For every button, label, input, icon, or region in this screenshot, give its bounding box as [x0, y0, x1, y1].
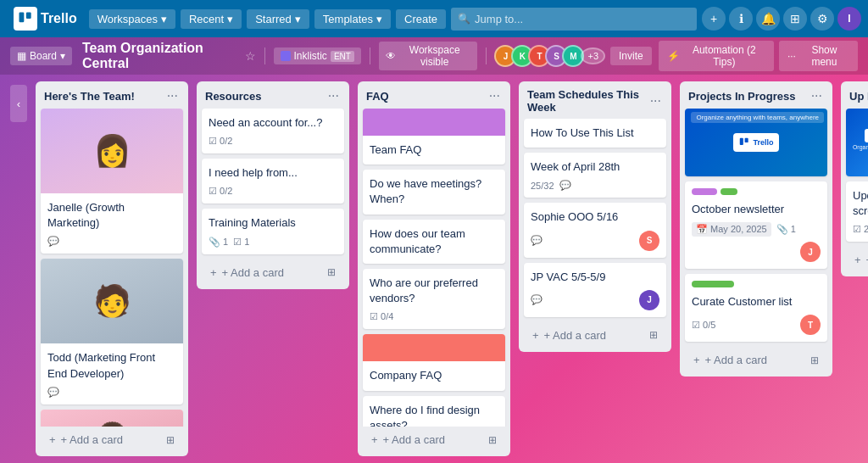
user-avatar[interactable]: I	[837, 7, 861, 31]
avatar-sophie: S	[639, 231, 659, 251]
info-button[interactable]: ℹ	[729, 7, 753, 31]
card-how-to-use[interactable]: How To Use This List	[524, 119, 666, 148]
list-team: Here's The Team! ··· 👩 Janelle (Growth M…	[36, 81, 188, 456]
card-title-how-to-use: How To Use This List	[531, 126, 659, 141]
notifications-button[interactable]: 🔔	[756, 7, 780, 31]
svg-rect-0	[19, 13, 25, 23]
automation-button[interactable]: ⚡ Automation (2 Tips)	[659, 41, 774, 71]
card-color-header-company-faq	[363, 334, 505, 361]
add-card-icons-schedules: ⊞	[649, 329, 658, 341]
list-header-in-progress: Projects In Progress ···	[680, 81, 832, 109]
add-card-resources[interactable]: + + Add a card ⊞	[202, 261, 344, 284]
add-card-up-next[interactable]: + + Add a card ⊞	[846, 248, 868, 271]
avatar-jp: J	[639, 290, 659, 310]
card-help[interactable]: I need help from... ☑ 0/2	[202, 159, 344, 204]
card-jp-vac[interactable]: JP VAC 5/5-5/9 💬 J	[524, 263, 666, 317]
card-design[interactable]: Where do I find design assets?	[363, 396, 505, 427]
card-color-header-team-faq	[363, 109, 505, 136]
card-title-account: Need an account for...?	[209, 115, 337, 131]
member-count[interactable]: +3	[581, 47, 605, 64]
card-october-newsletter[interactable]: October newsletter 📅 May 20, 2025 📎 1 J	[685, 181, 827, 269]
board-header-left: ▦ Board ▾ Team Organization Central ☆ In…	[10, 41, 652, 71]
trello-logo[interactable]: Trello	[7, 7, 84, 31]
settings-button[interactable]: ⚙	[810, 7, 834, 31]
collapse-sidebar-button[interactable]: ‹	[10, 85, 27, 122]
svg-rect-3	[745, 138, 748, 142]
create-button[interactable]: Create	[396, 9, 446, 29]
list-menu-team[interactable]: ···	[165, 88, 180, 103]
star-button[interactable]: ☆	[245, 49, 256, 63]
add-card-team[interactable]: + + Add a card ⊞	[41, 428, 183, 451]
card-janelle[interactable]: 👩 Janelle (Growth Marketing) 💬	[41, 109, 183, 254]
card-footer-help: ☑ 0/2	[209, 186, 337, 197]
add-card-icons-team: ⊞	[166, 434, 175, 446]
add-card-in-progress[interactable]: + + Add a card ⊞	[685, 349, 827, 371]
visibility-button[interactable]: 👁 Workspace visible	[379, 42, 477, 70]
apps-button[interactable]: ⊞	[783, 7, 807, 31]
card-trello-promo2[interactable]: Trello Organize anything with teams Go f…	[846, 109, 868, 176]
person-image-todd: 🧑	[41, 259, 183, 343]
add-card-faq[interactable]: + + Add a card ⊞	[363, 428, 505, 451]
card-sophie-ooo[interactable]: Sophie OOO 5/16 💬 S	[524, 203, 666, 257]
add-card-schedules[interactable]: + + Add a card ⊞	[524, 324, 666, 347]
list-menu-faq[interactable]: ···	[487, 88, 502, 103]
attachment-badge-training: 📎 1	[209, 237, 228, 248]
card-todd[interactable]: 🧑 Todd (Marketing Front End Developer) 💬	[41, 259, 183, 404]
templates-button[interactable]: Templates ▾	[314, 9, 391, 29]
plus-button[interactable]: +	[702, 7, 726, 31]
trello-image-up-next: Trello Organize anything with teams Go f…	[846, 109, 868, 176]
card-footer-vendors: ☑ 0/4	[370, 311, 498, 322]
card-training[interactable]: Training Materials 📎 1 ☑ 1	[202, 209, 344, 254]
board-title: Team Organization Central	[77, 41, 240, 71]
label-green-curate	[692, 281, 734, 287]
recent-button[interactable]: Recent ▾	[181, 9, 242, 29]
list-menu-schedules[interactable]: ···	[648, 93, 663, 109]
comment-badge-janelle: 💬	[47, 236, 59, 247]
board-view-button[interactable]: ▦ Board ▾	[10, 47, 72, 65]
card-footer-account: ☑ 0/2	[209, 136, 337, 147]
nav-right: + ℹ 🔔 ⊞ ⚙ I	[702, 7, 861, 31]
card-team-faq[interactable]: Team FAQ	[363, 109, 505, 165]
list-menu-in-progress[interactable]: ···	[810, 88, 824, 103]
list-resources: Resources ··· Need an account for...? ☑ …	[197, 81, 349, 289]
card-meetings[interactable]: Do we have meetings? When?	[363, 170, 505, 214]
divider	[264, 47, 265, 64]
avatar-curate: T	[800, 315, 821, 335]
card-title-communicate: How does our team communicate?	[370, 226, 498, 257]
card-communicate[interactable]: How does our team communicate?	[363, 220, 505, 264]
list-cards-team: 👩 Janelle (Growth Marketing) 💬 🧑 Todd (M…	[36, 109, 188, 427]
list-schedules: Team Schedules This Week ··· How To Use …	[519, 81, 671, 352]
list-menu-resources[interactable]: ···	[326, 88, 341, 103]
trello-promo-image: Trello Organize anything with teams, any…	[685, 109, 827, 176]
card-title-vendors: Who are our preferred vendors?	[370, 276, 498, 306]
person-image-3: 👩‍🦱	[41, 410, 183, 427]
card-trello-promo[interactable]: Trello Organize anything with teams, any…	[685, 109, 827, 176]
starred-button[interactable]: Starred ▾	[247, 9, 309, 29]
card-person3[interactable]: 👩‍🦱	[41, 410, 183, 427]
card-week-april[interactable]: Week of April 28th 25/32 💬	[524, 153, 666, 198]
card-curate-customer[interactable]: Curate Customer list ☑ 0/5 T	[685, 274, 827, 342]
card-title-company-faq: Company FAQ	[370, 368, 498, 383]
card-update-app[interactable]: Update App/PlayStore screenshots ☑ 2	[846, 181, 868, 242]
card-account[interactable]: Need an account for...? ☑ 0/2	[202, 109, 344, 153]
workspaces-button[interactable]: Workspaces ▾	[89, 9, 175, 29]
card-title-training: Training Materials	[209, 215, 337, 231]
workspace-icon	[281, 51, 291, 61]
card-company-faq[interactable]: Company FAQ	[363, 334, 505, 390]
divider3	[486, 47, 487, 64]
card-footer-janelle: 💬	[47, 236, 176, 247]
add-card-icons-in-progress: ⊞	[810, 354, 819, 366]
board-content: ‹ Here's The Team! ··· 👩 Janelle (Growth…	[0, 75, 868, 463]
checklist-badge-account: ☑ 0/2	[209, 136, 232, 147]
trello-logo-icon	[14, 7, 37, 31]
search-input[interactable]	[451, 8, 697, 31]
list-header-up-next: Up Next ···	[841, 81, 868, 109]
invite-button[interactable]: Invite	[610, 47, 652, 65]
show-menu-button[interactable]: ··· Show menu	[779, 41, 858, 71]
list-header-faq: FAQ ···	[358, 81, 510, 109]
avatar-newsletter: J	[800, 242, 821, 262]
card-title-meetings: Do we have meetings? When?	[370, 176, 498, 207]
label-purple-newsletter	[692, 188, 717, 195]
card-title-janelle: Janelle (Growth Marketing)	[47, 200, 176, 231]
card-vendors[interactable]: Who are our preferred vendors? ☑ 0/4	[363, 269, 505, 329]
